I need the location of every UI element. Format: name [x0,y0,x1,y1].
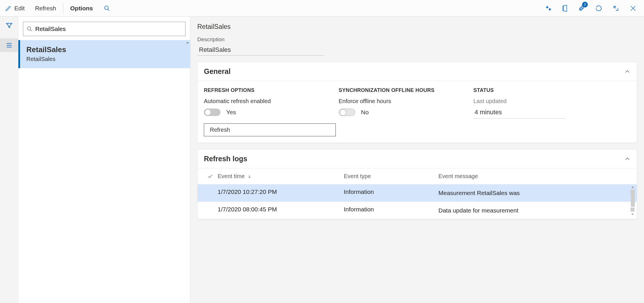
event-message-label: Event message [438,173,478,179]
list-pane: RetailSales RetailSales [18,17,190,303]
sync-offline-heading: SYNCHRONIZATION OFFLINE HOURS [339,87,471,93]
attachments-badge: 0 [582,2,588,7]
row-event-type: Information [344,188,438,198]
refresh-options-heading: REFRESH OPTIONS [204,87,336,93]
sort-down-icon [247,174,251,179]
popout-icon-button[interactable] [612,5,619,12]
enforce-offline-state: No [361,109,369,116]
scroll-up-icon[interactable] [186,41,190,45]
list-view-button[interactable] [0,38,18,52]
grid-header-row: Event time Event type Event message [198,168,637,184]
filter-button[interactable] [5,22,13,29]
list-item-title: RetailSales [26,45,182,54]
options-command[interactable]: Options [65,0,98,16]
status-heading: STATUS [473,87,605,93]
description-field[interactable]: RetailSales [197,45,323,56]
svg-line-8 [30,30,32,31]
row-event-type: Information [344,206,438,215]
list-item-subtitle: RetailSales [26,56,182,62]
list-item[interactable]: RetailSales RetailSales [18,40,190,68]
general-card-header[interactable]: General [198,62,637,81]
refresh-options-col: REFRESH OPTIONS Automatic refresh enable… [204,87,336,136]
event-type-column-header[interactable]: Event type [344,173,438,180]
svg-point-7 [28,27,31,30]
svg-point-0 [105,6,108,9]
options-command-label: Options [70,5,93,12]
edit-button[interactable]: Edit [0,0,30,16]
grid-body: 1/7/2020 10:27:20 PM Information Measure… [198,184,637,219]
list-scroll[interactable]: RetailSales RetailSales [18,40,190,303]
row-event-time: 1/7/2020 08:00:45 PM [218,206,344,215]
list-search-box[interactable] [23,22,186,36]
row-event-message: Data update for measurement [438,206,637,215]
event-type-label: Event type [344,173,371,179]
event-time-label: Event time [218,173,245,180]
general-card-body: REFRESH OPTIONS Automatic refresh enable… [198,81,637,143]
refresh-logs-grid-wrap: Event time Event type Event message [198,168,637,219]
edit-label: Edit [14,5,25,12]
main-area: RetailSales RetailSales RetailSales Desc… [0,17,644,303]
refresh-logs-grid: Event time Event type Event message [198,168,637,219]
pencil-icon [5,5,11,11]
grid-vertical-scrollbar[interactable] [630,186,636,217]
select-all-column[interactable] [203,174,218,179]
automatic-refresh-toggle[interactable] [204,109,220,116]
detail-pane: RetailSales Description RetailSales Gene… [190,17,644,303]
svg-line-1 [108,9,110,11]
automatic-refresh-state: Yes [226,109,236,116]
scrollbar-up-icon[interactable] [631,186,635,189]
office-icon[interactable] [562,5,568,12]
refresh-command-label: Refresh [35,5,56,12]
sync-offline-col: SYNCHRONIZATION OFFLINE HOURS Enforce of… [339,87,471,136]
enforce-offline-label: Enforce offline hours [339,98,471,105]
event-message-column-header[interactable]: Event message [438,173,637,180]
command-bar-right: 0 [545,5,644,12]
row-event-time: 1/7/2020 10:27:20 PM [218,188,344,198]
last-updated-value: 4 minutes [473,107,565,119]
chevron-up-icon [624,156,631,162]
event-time-column-header[interactable]: Event time [218,173,344,180]
enforce-offline-toggle[interactable] [339,109,355,116]
refresh-icon-button[interactable] [595,5,602,12]
table-row[interactable]: 1/7/2020 10:27:20 PM Information Measure… [198,184,637,202]
command-bar-left: Edit Refresh Options [0,0,116,16]
description-label: Description [197,36,637,43]
refresh-command[interactable]: Refresh [30,0,61,16]
command-search-button[interactable] [98,0,116,16]
chevron-up-icon [624,68,631,75]
list-search-input[interactable] [35,25,182,32]
refresh-logs-card: Refresh logs Event time [197,149,637,219]
general-card: General REFRESH OPTIONS Automatic refres… [197,62,637,143]
command-divider [63,3,63,13]
refresh-button[interactable]: Refresh [204,123,336,136]
page-title: RetailSales [197,23,637,31]
automatic-refresh-label: Automatic refresh enabled [204,98,336,105]
row-event-message: Measurement RetailSales was [438,188,637,198]
table-row[interactable]: 1/7/2020 08:00:45 PM Information Data up… [198,202,637,219]
close-button[interactable] [630,5,637,12]
refresh-logs-header[interactable]: Refresh logs [198,149,637,168]
last-updated-label: Last updated [473,98,605,105]
search-icon [104,5,110,11]
refresh-logs-title: Refresh logs [204,155,247,163]
attachments-button[interactable]: 0 [579,5,585,12]
general-card-title: General [204,67,231,76]
status-col: STATUS Last updated 4 minutes [473,87,605,136]
search-icon [27,26,32,32]
command-bar: Edit Refresh Options 0 [0,0,644,17]
plugin-icon[interactable] [545,5,552,11]
scrollbar-thumb[interactable] [631,190,635,207]
left-gutter [0,17,18,303]
